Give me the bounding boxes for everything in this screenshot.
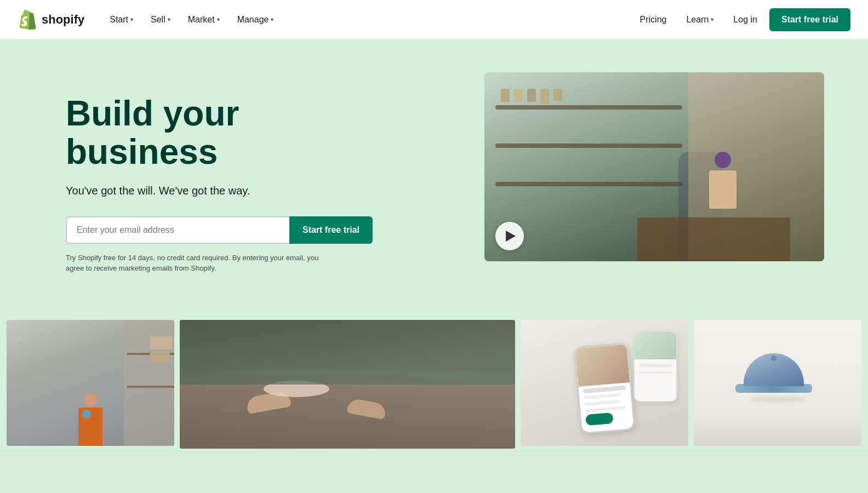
hero-start-trial-button[interactable]: Start free trial xyxy=(289,216,373,244)
nav-learn[interactable]: Learn ▾ xyxy=(678,10,721,29)
hero-form: Start free trial xyxy=(66,216,373,244)
nav-pricing[interactable]: Pricing xyxy=(632,10,675,29)
nav-market[interactable]: Market ▾ xyxy=(180,10,227,29)
play-button[interactable] xyxy=(495,222,524,250)
nav-left-items: Start ▾ Sell ▾ Market ▾ Manage ▾ xyxy=(102,10,632,29)
chevron-down-icon: ▾ xyxy=(271,16,273,22)
nav-start-trial-button[interactable]: Start free trial xyxy=(769,8,850,31)
play-icon xyxy=(506,231,516,242)
logo[interactable]: shopify xyxy=(18,10,84,30)
hero-title: Build your business xyxy=(66,94,373,171)
gallery-item-phone xyxy=(521,320,688,446)
chevron-down-icon: ▾ xyxy=(711,16,713,22)
hero-subtitle: You've got the will. We've got the way. xyxy=(66,182,373,199)
nav-sell[interactable]: Sell ▾ xyxy=(143,10,178,29)
nav-start[interactable]: Start ▾ xyxy=(102,10,141,29)
chevron-down-icon: ▾ xyxy=(130,16,133,22)
nav-right-items: Pricing Learn ▾ Log in Start free trial xyxy=(632,8,850,31)
nav-manage[interactable]: Manage ▾ xyxy=(230,10,282,29)
chevron-down-icon: ▾ xyxy=(168,16,170,22)
chevron-down-icon: ▾ xyxy=(217,16,220,22)
gallery-item-warehouse xyxy=(7,320,174,446)
nav-login[interactable]: Log in xyxy=(726,10,765,29)
hero-video-container xyxy=(484,72,824,261)
logo-text: shopify xyxy=(42,13,84,27)
hero-disclaimer: Try Shopify free for 14 days, no credit … xyxy=(66,253,329,274)
email-input[interactable] xyxy=(66,216,289,244)
gallery-item-hat xyxy=(694,320,861,446)
hero-right-content xyxy=(373,72,824,261)
navbar: shopify Start ▾ Sell ▾ Market ▾ Manage ▾… xyxy=(0,0,868,39)
gallery-item-clay xyxy=(180,320,515,449)
shopify-logo-icon xyxy=(18,10,37,30)
hero-section: Build your business You've got the will.… xyxy=(0,39,868,313)
hero-left-content: Build your business You've got the will.… xyxy=(66,72,373,274)
gallery-section xyxy=(0,313,868,449)
